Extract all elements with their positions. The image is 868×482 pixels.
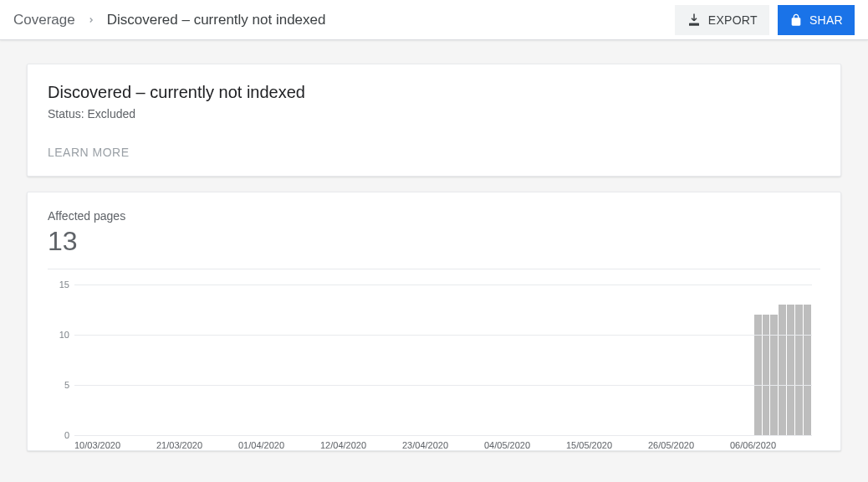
gridline [74, 385, 812, 386]
page-title: Discovered – currently not indexed [48, 83, 820, 102]
x-tick: 04/05/2020 [484, 440, 566, 450]
learn-more-button[interactable]: LEARN MORE [48, 146, 820, 159]
share-button[interactable]: SHAR [778, 5, 855, 35]
x-tick: 10/03/2020 [74, 440, 156, 450]
x-tick: 23/04/2020 [402, 440, 484, 450]
x-tick: 12/04/2020 [320, 440, 402, 450]
breadcrumb: Coverage Discovered – currently not inde… [13, 12, 325, 28]
x-tick: 15/05/2020 [566, 440, 648, 450]
bar[interactable] [770, 315, 778, 435]
bar[interactable] [787, 305, 794, 435]
chevron-right-icon [87, 12, 95, 28]
chart-card: Affected pages 13 051015 10/03/202021/03… [27, 192, 841, 451]
breadcrumb-root[interactable]: Coverage [13, 12, 75, 28]
share-label: SHAR [809, 13, 843, 27]
bar[interactable] [779, 305, 786, 435]
y-tick: 5 [51, 380, 69, 390]
svg-rect-0 [690, 23, 699, 24]
status-text: Status: Excluded [48, 107, 820, 120]
x-tick: 21/03/2020 [156, 440, 238, 450]
export-button[interactable]: EXPORT [675, 5, 769, 35]
topbar: Coverage Discovered – currently not inde… [0, 0, 868, 40]
bar[interactable] [754, 315, 762, 435]
chart: 051015 10/03/202021/03/202001/04/202012/… [48, 269, 820, 450]
metric-label: Affected pages [48, 209, 820, 223]
bar[interactable] [804, 305, 811, 435]
lock-icon [789, 13, 803, 27]
x-tick: 06/06/2020 [730, 440, 812, 450]
export-label: EXPORT [708, 13, 758, 27]
y-tick: 10 [51, 330, 69, 340]
x-tick: 01/04/2020 [238, 440, 320, 450]
gridline [74, 285, 812, 285]
y-tick: 15 [51, 279, 69, 290]
y-tick: 0 [51, 430, 69, 440]
content: Discovered – currently not indexed Statu… [0, 40, 868, 451]
metric-value: 13 [48, 226, 820, 257]
gridline [74, 335, 812, 336]
x-tick: 26/05/2020 [648, 440, 730, 450]
bar[interactable] [763, 315, 770, 435]
bar[interactable] [795, 305, 803, 435]
summary-card: Discovered – currently not indexed Statu… [27, 64, 841, 177]
download-icon [687, 13, 702, 28]
gridline [74, 435, 812, 436]
breadcrumb-current: Discovered – currently not indexed [107, 12, 326, 28]
